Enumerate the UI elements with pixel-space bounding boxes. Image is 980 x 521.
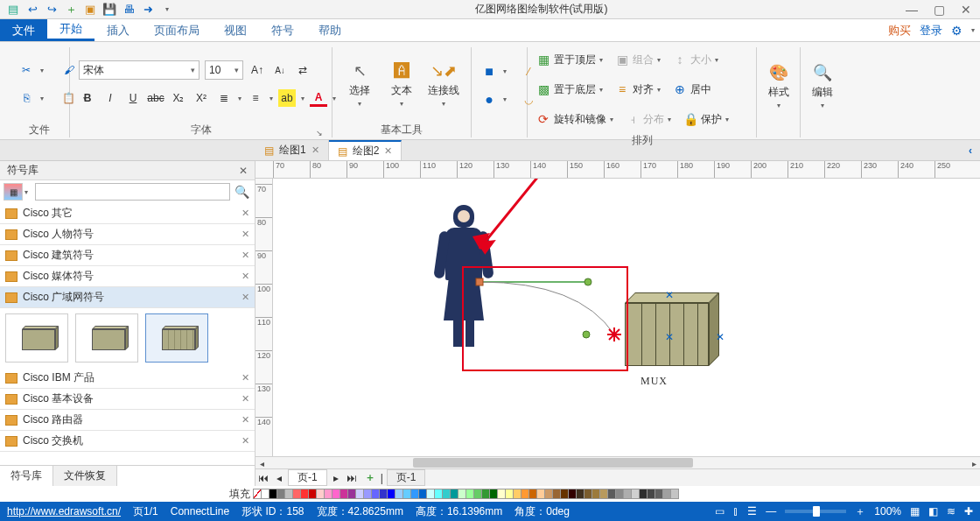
drawing-canvas[interactable]: ✕ ✕ ✕ MUX [273, 179, 980, 456]
color-swatch[interactable] [670, 489, 679, 499]
qat-redo-icon[interactable]: ↪ [44, 3, 60, 17]
grid-icon[interactable]: ▦ [910, 505, 920, 517]
text-tool-button[interactable]: 🅰文本▾ [383, 60, 420, 108]
sidebar-cat-3[interactable]: Cisco 媒体符号✕ [0, 266, 255, 287]
qat-edraw-icon[interactable]: ▤ [5, 3, 21, 17]
shape-rect-icon[interactable]: ■ [480, 63, 498, 81]
status-url[interactable]: http://www.edrawsoft.cn/ [7, 505, 121, 517]
align-button[interactable]: ≡对齐▾ [615, 82, 661, 97]
size-button[interactable]: ↕大小▾ [673, 53, 718, 67]
italic-button[interactable]: I [102, 89, 119, 107]
rotate-button[interactable]: ⟳旋转和镜像▾ [536, 112, 613, 127]
page-tab-1[interactable]: 页-1 [288, 469, 327, 486]
scroll-right-icon[interactable]: ▸ [968, 457, 980, 469]
doc-tab-2[interactable]: ▤绘图2✕ [329, 140, 402, 160]
crosshair-icon[interactable]: ✚ [964, 505, 973, 517]
bullets-icon[interactable]: ≣ [215, 89, 233, 107]
bold-button[interactable]: B [79, 89, 96, 107]
cat-close-icon[interactable]: ✕ [242, 414, 249, 426]
cat-close-icon[interactable]: ✕ [242, 229, 249, 240]
window-close-icon[interactable]: ✕ [961, 3, 971, 17]
tab-symbol[interactable]: 符号 [259, 19, 306, 41]
send-back-button[interactable]: ▩置于底层▾ [536, 82, 603, 97]
edit-find-button[interactable]: 🔍编辑▾ [804, 62, 841, 109]
qat-open-icon[interactable]: ▣ [82, 3, 98, 17]
add-page-icon[interactable]: ＋ [360, 470, 381, 485]
sidebar-cat-0[interactable]: Cisco 其它✕ [0, 203, 255, 224]
distribute-button[interactable]: ⫞分布▾ [626, 112, 671, 127]
font-name-combo[interactable]: 宋体▾ [79, 60, 200, 80]
qat-undo-icon[interactable]: ↩ [24, 3, 40, 17]
search-input[interactable] [35, 183, 230, 201]
search-icon[interactable]: 🔍 [232, 183, 251, 201]
library-filter-icon[interactable]: ▦ [4, 183, 23, 201]
zoom-out-icon[interactable]: — [766, 505, 776, 517]
sidebar-cat-4[interactable]: Cisco 广域网符号✕ [0, 287, 255, 308]
cat-close-icon[interactable]: ✕ [242, 292, 249, 303]
zoom-in-icon[interactable]: ＋ [855, 504, 865, 519]
qat-export-icon[interactable]: ➜ [140, 3, 156, 17]
font-grow-icon[interactable]: A↑ [248, 61, 266, 79]
tab-file[interactable]: 文件 [0, 19, 47, 41]
window-maximize-icon[interactable]: ▢ [934, 3, 945, 17]
font-launcher-icon[interactable]: ↘ [316, 129, 323, 137]
scroll-left-icon[interactable]: ◂ [256, 457, 268, 469]
group-button[interactable]: ▣组合▾ [615, 53, 661, 67]
connector-tool-button[interactable]: ↘⬈连接线▾ [425, 60, 462, 108]
tab-page-layout[interactable]: 页面布局 [142, 19, 212, 41]
sidebar-close-icon[interactable]: ✕ [239, 165, 248, 177]
sidebar-cat-1[interactable]: Cisco 人物符号✕ [0, 224, 255, 245]
page-last-icon[interactable]: ⏭ [344, 472, 360, 484]
single-page-icon[interactable]: ☰ [747, 505, 757, 517]
footer-tab-symbol[interactable]: 符号库 [0, 466, 53, 486]
h-scrollbar[interactable]: ◂ ▸ [256, 456, 980, 468]
sidebar-cat-5[interactable]: Cisco IBM 产品✕ [0, 368, 255, 389]
cat-close-icon[interactable]: ✕ [242, 393, 249, 405]
cat-close-icon[interactable]: ✕ [242, 250, 249, 261]
close-icon[interactable]: ✕ [312, 144, 319, 156]
subscript-button[interactable]: X₂ [170, 89, 187, 107]
qat-print-icon[interactable]: 🖶 [121, 3, 136, 17]
page-prev-icon[interactable]: ◂ [271, 472, 287, 484]
library-filter-dd[interactable]: ▾ [24, 188, 33, 196]
cut-icon[interactable]: ✂ [18, 61, 35, 79]
cat-close-icon[interactable]: ✕ [242, 271, 249, 282]
superscript-button[interactable]: X² [192, 89, 210, 107]
sidebar-cat-2[interactable]: Cisco 建筑符号✕ [0, 245, 255, 266]
cat-close-icon[interactable]: ✕ [242, 435, 249, 447]
zoom-slider[interactable] [785, 510, 846, 513]
symbol-thumb-1[interactable] [5, 313, 68, 363]
copy-icon[interactable]: ⎘ [18, 89, 35, 107]
font-shrink-icon[interactable]: A↓ [271, 61, 289, 79]
symbol-mux[interactable]: ✕ ✕ ✕ [614, 292, 719, 370]
cat-close-icon[interactable]: ✕ [242, 208, 249, 219]
doc-tab-1[interactable]: ▤绘图1✕ [256, 140, 329, 160]
tab-view[interactable]: 视图 [212, 19, 259, 41]
symbol-thumb-3[interactable] [145, 313, 208, 363]
numbering-icon[interactable]: ≡ [247, 89, 264, 107]
buy-link[interactable]: 购买 [888, 23, 911, 39]
login-link[interactable]: 登录 [920, 23, 942, 39]
qat-more-icon[interactable]: ▾ [159, 3, 175, 17]
tab-insert[interactable]: 插入 [94, 19, 142, 41]
center-button[interactable]: ⊕居中 [673, 82, 711, 97]
font-color-icon[interactable]: A [310, 89, 327, 107]
qat-new-icon[interactable]: ＋ [63, 3, 79, 17]
page-first-icon[interactable]: ⏮ [256, 472, 271, 484]
tab-home[interactable]: 开始 [47, 19, 94, 41]
tab-help[interactable]: 帮助 [306, 19, 354, 41]
layers-icon[interactable]: ≋ [947, 505, 956, 517]
gear-icon[interactable]: ⚙ [951, 24, 962, 38]
sidebar-cat-6[interactable]: Cisco 基本设备✕ [0, 389, 255, 410]
underline-button[interactable]: U [124, 89, 142, 107]
fit-page-icon[interactable]: ▭ [715, 505, 724, 517]
cat-close-icon[interactable]: ✕ [242, 372, 249, 384]
scroll-thumb[interactable] [413, 458, 693, 468]
fit-width-icon[interactable]: ⫿ [733, 505, 738, 517]
select-tool-button[interactable]: ↖选择▾ [341, 60, 378, 108]
sidebar-cat-7[interactable]: Cisco 路由器✕ [0, 410, 255, 431]
protect-button[interactable]: 🔒保护▾ [683, 112, 729, 127]
sidebar-cat-8[interactable]: Cisco 交换机✕ [0, 431, 255, 452]
outline-icon[interactable]: ◧ [928, 505, 938, 517]
footer-tab-recovery[interactable]: 文件恢复 [53, 466, 117, 486]
